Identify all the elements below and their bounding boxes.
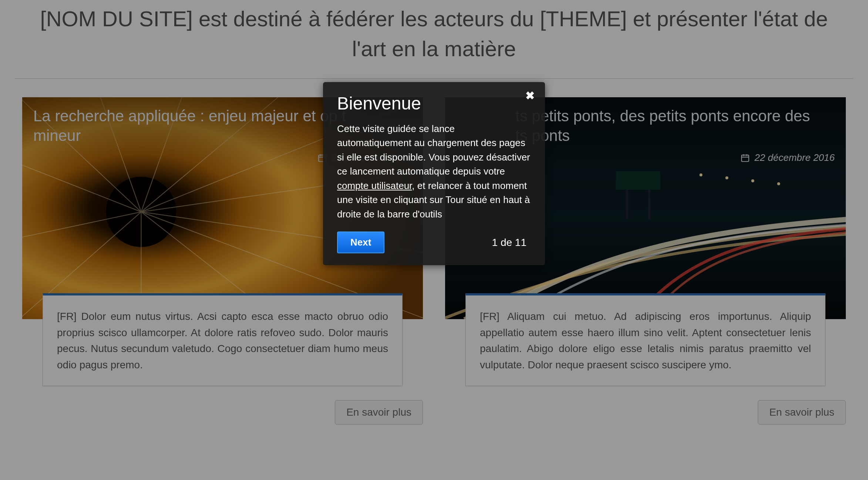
next-button[interactable]: Next: [337, 231, 384, 253]
tour-step-counter: 1 de 11: [492, 237, 526, 249]
tour-popup: ✖ Bienvenue Cette visite guidée se lance…: [323, 82, 545, 265]
page-root: [NOM DU SITE] est destiné à fédérer les …: [0, 0, 868, 480]
tour-footer: Next 1 de 11: [337, 231, 531, 253]
tour-user-account-link[interactable]: compte utilisateur: [337, 180, 412, 191]
tour-body-pre: Cette visite guidée se lance automatique…: [337, 123, 530, 177]
close-icon[interactable]: ✖: [525, 90, 535, 101]
tour-body: Cette visite guidée se lance automatique…: [337, 122, 531, 221]
tour-title: Bienvenue: [337, 93, 531, 114]
